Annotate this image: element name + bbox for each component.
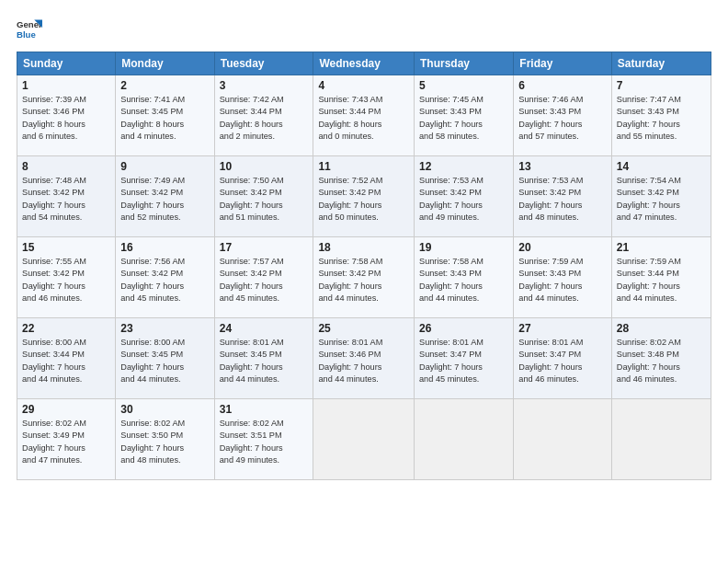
column-header-tuesday: Tuesday [214, 52, 313, 75]
day-info: Sunrise: 7:54 AM Sunset: 3:42 PM Dayligh… [617, 175, 706, 224]
calendar-cell [313, 399, 415, 480]
svg-text:Blue: Blue [17, 29, 36, 40]
day-info: Sunrise: 8:00 AM Sunset: 3:44 PM Dayligh… [22, 337, 110, 385]
day-info: Sunrise: 8:02 AM Sunset: 3:50 PM Dayligh… [120, 418, 209, 466]
column-header-wednesday: Wednesday [313, 52, 415, 75]
day-number: 4 [318, 79, 409, 92]
day-number: 2 [120, 79, 209, 92]
day-number: 18 [318, 241, 409, 254]
calendar-cell: 27Sunrise: 8:01 AM Sunset: 3:47 PM Dayli… [514, 318, 612, 399]
calendar-cell: 15Sunrise: 7:55 AM Sunset: 3:42 PM Dayli… [17, 237, 116, 318]
day-info: Sunrise: 7:46 AM Sunset: 3:43 PM Dayligh… [518, 94, 607, 143]
column-header-saturday: Saturday [611, 52, 711, 75]
calendar-cell: 8Sunrise: 7:48 AM Sunset: 3:42 PM Daylig… [17, 156, 116, 237]
calendar-cell: 25Sunrise: 8:01 AM Sunset: 3:46 PM Dayli… [313, 318, 415, 399]
calendar-cell: 21Sunrise: 7:59 AM Sunset: 3:44 PM Dayli… [611, 237, 711, 318]
column-header-thursday: Thursday [415, 52, 514, 75]
calendar-week-3: 15Sunrise: 7:55 AM Sunset: 3:42 PM Dayli… [17, 237, 711, 318]
logo-icon: General Blue [17, 17, 42, 42]
calendar-cell: 26Sunrise: 8:01 AM Sunset: 3:47 PM Dayli… [415, 318, 514, 399]
calendar-cell: 17Sunrise: 7:57 AM Sunset: 3:42 PM Dayli… [214, 237, 313, 318]
calendar-cell [611, 399, 711, 480]
day-info: Sunrise: 8:01 AM Sunset: 3:47 PM Dayligh… [518, 337, 607, 385]
calendar-cell: 24Sunrise: 8:01 AM Sunset: 3:45 PM Dayli… [214, 318, 313, 399]
calendar-table: SundayMondayTuesdayWednesdayThursdayFrid… [17, 52, 711, 480]
day-info: Sunrise: 7:53 AM Sunset: 3:42 PM Dayligh… [419, 175, 508, 224]
day-number: 15 [22, 241, 110, 254]
day-info: Sunrise: 8:02 AM Sunset: 3:51 PM Dayligh… [220, 418, 309, 466]
day-number: 9 [120, 160, 209, 173]
page-header: General Blue [17, 17, 711, 42]
day-number: 7 [617, 79, 706, 92]
day-number: 23 [120, 322, 209, 335]
calendar-week-4: 22Sunrise: 8:00 AM Sunset: 3:44 PM Dayli… [17, 318, 711, 399]
day-number: 30 [120, 403, 209, 416]
calendar-cell: 16Sunrise: 7:56 AM Sunset: 3:42 PM Dayli… [116, 237, 214, 318]
calendar-cell: 7Sunrise: 7:47 AM Sunset: 3:43 PM Daylig… [611, 75, 711, 156]
calendar-week-1: 1Sunrise: 7:39 AM Sunset: 3:46 PM Daylig… [17, 75, 711, 156]
calendar-week-2: 8Sunrise: 7:48 AM Sunset: 3:42 PM Daylig… [17, 156, 711, 237]
day-number: 20 [518, 241, 607, 254]
column-header-friday: Friday [514, 52, 612, 75]
calendar-cell: 2Sunrise: 7:41 AM Sunset: 3:45 PM Daylig… [116, 75, 214, 156]
day-info: Sunrise: 7:57 AM Sunset: 3:42 PM Dayligh… [220, 256, 309, 304]
day-info: Sunrise: 7:43 AM Sunset: 3:44 PM Dayligh… [318, 94, 409, 143]
calendar-cell: 6Sunrise: 7:46 AM Sunset: 3:43 PM Daylig… [514, 75, 612, 156]
day-info: Sunrise: 8:01 AM Sunset: 3:47 PM Dayligh… [419, 337, 508, 385]
day-number: 8 [22, 160, 110, 173]
day-info: Sunrise: 7:53 AM Sunset: 3:42 PM Dayligh… [518, 175, 607, 224]
day-info: Sunrise: 7:49 AM Sunset: 3:42 PM Dayligh… [120, 175, 209, 224]
calendar-week-5: 29Sunrise: 8:02 AM Sunset: 3:49 PM Dayli… [17, 399, 711, 480]
day-number: 5 [419, 79, 508, 92]
calendar-cell: 14Sunrise: 7:54 AM Sunset: 3:42 PM Dayli… [611, 156, 711, 237]
calendar-cell: 29Sunrise: 8:02 AM Sunset: 3:49 PM Dayli… [17, 399, 116, 480]
column-header-sunday: Sunday [17, 52, 116, 75]
day-info: Sunrise: 7:50 AM Sunset: 3:42 PM Dayligh… [220, 175, 309, 224]
calendar-cell: 23Sunrise: 8:00 AM Sunset: 3:45 PM Dayli… [116, 318, 214, 399]
calendar-cell: 4Sunrise: 7:43 AM Sunset: 3:44 PM Daylig… [313, 75, 415, 156]
calendar-cell: 19Sunrise: 7:58 AM Sunset: 3:43 PM Dayli… [415, 237, 514, 318]
day-number: 16 [120, 241, 209, 254]
calendar-cell: 20Sunrise: 7:59 AM Sunset: 3:43 PM Dayli… [514, 237, 612, 318]
day-info: Sunrise: 8:00 AM Sunset: 3:45 PM Dayligh… [120, 337, 209, 385]
calendar-cell: 22Sunrise: 8:00 AM Sunset: 3:44 PM Dayli… [17, 318, 116, 399]
day-number: 19 [419, 241, 508, 254]
day-info: Sunrise: 7:58 AM Sunset: 3:42 PM Dayligh… [318, 256, 409, 304]
day-number: 29 [22, 403, 110, 416]
day-info: Sunrise: 8:01 AM Sunset: 3:45 PM Dayligh… [220, 337, 309, 385]
calendar-header: SundayMondayTuesdayWednesdayThursdayFrid… [17, 52, 711, 75]
day-info: Sunrise: 8:01 AM Sunset: 3:46 PM Dayligh… [318, 337, 409, 385]
day-info: Sunrise: 8:02 AM Sunset: 3:48 PM Dayligh… [617, 337, 706, 385]
day-number: 11 [318, 160, 409, 173]
day-info: Sunrise: 7:47 AM Sunset: 3:43 PM Dayligh… [617, 94, 706, 143]
day-number: 28 [617, 322, 706, 335]
day-number: 1 [22, 79, 110, 92]
day-number: 21 [617, 241, 706, 254]
calendar-cell: 28Sunrise: 8:02 AM Sunset: 3:48 PM Dayli… [611, 318, 711, 399]
day-info: Sunrise: 7:58 AM Sunset: 3:43 PM Dayligh… [419, 256, 508, 304]
day-number: 26 [419, 322, 508, 335]
day-info: Sunrise: 7:59 AM Sunset: 3:44 PM Dayligh… [617, 256, 706, 304]
column-header-monday: Monday [116, 52, 214, 75]
day-info: Sunrise: 7:52 AM Sunset: 3:42 PM Dayligh… [318, 175, 409, 224]
day-number: 10 [220, 160, 309, 173]
day-number: 31 [220, 403, 309, 416]
calendar-cell: 13Sunrise: 7:53 AM Sunset: 3:42 PM Dayli… [514, 156, 612, 237]
day-number: 25 [318, 322, 409, 335]
day-number: 13 [518, 160, 607, 173]
day-info: Sunrise: 7:48 AM Sunset: 3:42 PM Dayligh… [22, 175, 110, 224]
calendar-cell: 11Sunrise: 7:52 AM Sunset: 3:42 PM Dayli… [313, 156, 415, 237]
day-number: 12 [419, 160, 508, 173]
calendar-cell: 9Sunrise: 7:49 AM Sunset: 3:42 PM Daylig… [116, 156, 214, 237]
calendar-cell: 18Sunrise: 7:58 AM Sunset: 3:42 PM Dayli… [313, 237, 415, 318]
day-number: 22 [22, 322, 110, 335]
calendar-cell: 31Sunrise: 8:02 AM Sunset: 3:51 PM Dayli… [214, 399, 313, 480]
logo: General Blue [17, 17, 42, 42]
day-info: Sunrise: 7:45 AM Sunset: 3:43 PM Dayligh… [419, 94, 508, 143]
day-number: 14 [617, 160, 706, 173]
day-number: 17 [220, 241, 309, 254]
day-info: Sunrise: 8:02 AM Sunset: 3:49 PM Dayligh… [22, 418, 110, 466]
calendar-cell: 30Sunrise: 8:02 AM Sunset: 3:50 PM Dayli… [116, 399, 214, 480]
day-info: Sunrise: 7:55 AM Sunset: 3:42 PM Dayligh… [22, 256, 110, 304]
day-number: 24 [220, 322, 309, 335]
